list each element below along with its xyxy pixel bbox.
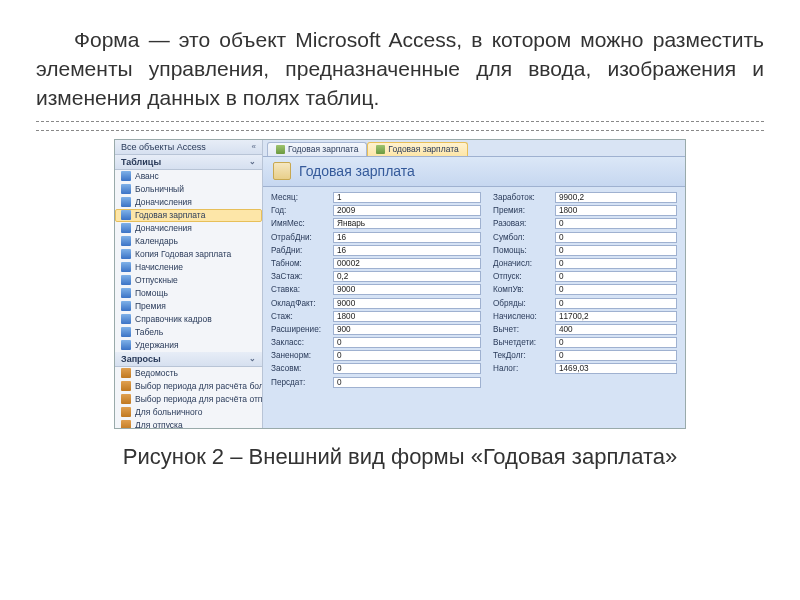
table-icon	[121, 197, 131, 207]
field-value[interactable]: 0	[333, 363, 481, 374]
field-label: Персдат:	[271, 378, 333, 387]
table-icon	[121, 223, 131, 233]
field-value[interactable]: 0	[555, 245, 677, 256]
field-value[interactable]: 0,2	[333, 271, 481, 282]
field-label: Отпуск:	[493, 272, 555, 281]
field-value[interactable]: 0	[555, 258, 677, 269]
form-row: Доначисл:0	[493, 257, 677, 270]
nav-item[interactable]: Помощь	[115, 287, 262, 300]
field-value[interactable]: 900	[333, 324, 481, 335]
field-value[interactable]: 0	[555, 232, 677, 243]
field-value[interactable]: 9000	[333, 298, 481, 309]
table-icon	[121, 340, 131, 350]
field-value[interactable]: 0	[555, 298, 677, 309]
nav-item[interactable]: Для отпуска	[115, 419, 262, 429]
field-label: Расширение:	[271, 325, 333, 334]
field-value[interactable]: 11700,2	[555, 311, 677, 322]
field-label: Год:	[271, 206, 333, 215]
divider	[36, 130, 764, 131]
nav-header[interactable]: Все объекты Access «	[115, 140, 262, 155]
field-value[interactable]: 9900,2	[555, 192, 677, 203]
field-value[interactable]: 0	[555, 337, 677, 348]
form-row: ТекДолг:0	[493, 349, 677, 362]
field-label: Вычетдети:	[493, 338, 555, 347]
query-icon	[121, 407, 131, 417]
nav-item-label: Выбор периода для расчёта боль...	[135, 381, 262, 391]
nav-item[interactable]: Копия Годовая зарплата	[115, 248, 262, 261]
nav-item[interactable]: Календарь	[115, 235, 262, 248]
field-value[interactable]: 0	[555, 284, 677, 295]
nav-group-header[interactable]: Таблицы⌄	[115, 155, 262, 170]
nav-item[interactable]: Ведомость	[115, 367, 262, 380]
field-label: Премия:	[493, 206, 555, 215]
nav-item[interactable]: Справочник кадров	[115, 313, 262, 326]
nav-item[interactable]: Отпускные	[115, 274, 262, 287]
field-value[interactable]: 0	[555, 271, 677, 282]
field-value[interactable]: 0	[555, 218, 677, 229]
nav-group-label: Запросы	[121, 354, 161, 364]
nav-item[interactable]: Выбор периода для расчёта боль...	[115, 380, 262, 393]
nav-item[interactable]: Аванс	[115, 170, 262, 183]
nav-item[interactable]: Больничный	[115, 183, 262, 196]
nav-group-header[interactable]: Запросы⌄	[115, 352, 262, 367]
field-value[interactable]: 2009	[333, 205, 481, 216]
form-row: Вычетдети:0	[493, 336, 677, 349]
chevron-icon: ⌄	[249, 157, 256, 166]
field-value[interactable]: 0	[555, 350, 677, 361]
nav-item[interactable]: Доначисления	[115, 196, 262, 209]
form-title: Годовая зарплата	[299, 163, 415, 179]
field-label: Сумбол:	[493, 233, 555, 242]
field-label: ЗаСтаж:	[271, 272, 333, 281]
field-value[interactable]: Январь	[333, 218, 481, 229]
field-value[interactable]: 1469,03	[555, 363, 677, 374]
field-value[interactable]: 0	[333, 377, 481, 388]
form-body: Месяц:1Год:2009ИмяМес:ЯнварьОтрабДни:16Р…	[263, 187, 685, 393]
field-value[interactable]: 400	[555, 324, 677, 335]
nav-item-label: Календарь	[135, 236, 178, 246]
field-value[interactable]: 0	[333, 337, 481, 348]
form-area: Годовая зарплата Месяц:1Год:2009ИмяМес:Я…	[263, 157, 685, 428]
form-row: Заработок:9900,2	[493, 191, 677, 204]
form-row: Расширение:900	[271, 323, 481, 336]
nav-item-label: Копия Годовая зарплата	[135, 249, 231, 259]
field-label: Заработок:	[493, 193, 555, 202]
field-value[interactable]: 1	[333, 192, 481, 203]
field-label: ОкладФакт:	[271, 299, 333, 308]
form-row: Вычет:400	[493, 323, 677, 336]
field-value[interactable]: 1800	[333, 311, 481, 322]
field-label: Обряды:	[493, 299, 555, 308]
nav-item[interactable]: Табель	[115, 326, 262, 339]
form-row: Стаж:1800	[271, 310, 481, 323]
table-icon	[121, 171, 131, 181]
nav-item-label: Начисление	[135, 262, 183, 272]
chevron-down-icon: «	[252, 142, 256, 151]
field-label: Разовая:	[493, 219, 555, 228]
form-row: Обряды:0	[493, 296, 677, 309]
nav-item-label: Больничный	[135, 184, 184, 194]
nav-item[interactable]: Удержания	[115, 339, 262, 352]
field-value[interactable]: 9000	[333, 284, 481, 295]
form-row: ЗаСтаж:0,2	[271, 270, 481, 283]
field-value[interactable]: 16	[333, 232, 481, 243]
field-value[interactable]: 00002	[333, 258, 481, 269]
nav-header-label: Все объекты Access	[121, 142, 206, 152]
form-row: Помощь:0	[493, 244, 677, 257]
field-label: Засовм:	[271, 364, 333, 373]
nav-item[interactable]: Премия	[115, 300, 262, 313]
nav-item[interactable]: Для больничного	[115, 406, 262, 419]
nav-item[interactable]: Доначисления	[115, 222, 262, 235]
field-value[interactable]: 0	[333, 350, 481, 361]
table-icon	[121, 184, 131, 194]
form-tab[interactable]: Годовая зарплата	[367, 142, 467, 156]
nav-item-label: Выбор периода для расчёта отпуска	[135, 394, 262, 404]
form-row: КомпУв:0	[493, 283, 677, 296]
nav-item[interactable]: Выбор периода для расчёта отпуска	[115, 393, 262, 406]
field-value[interactable]: 16	[333, 245, 481, 256]
nav-item[interactable]: Годовая зарплата	[115, 209, 262, 222]
form-row: ОкладФакт:9000	[271, 296, 481, 309]
nav-item[interactable]: Начисление	[115, 261, 262, 274]
nav-item-label: Удержания	[135, 340, 179, 350]
field-label: Заненорм:	[271, 351, 333, 360]
field-value[interactable]: 1800	[555, 205, 677, 216]
form-tab[interactable]: Годовая зарплата	[267, 142, 367, 156]
